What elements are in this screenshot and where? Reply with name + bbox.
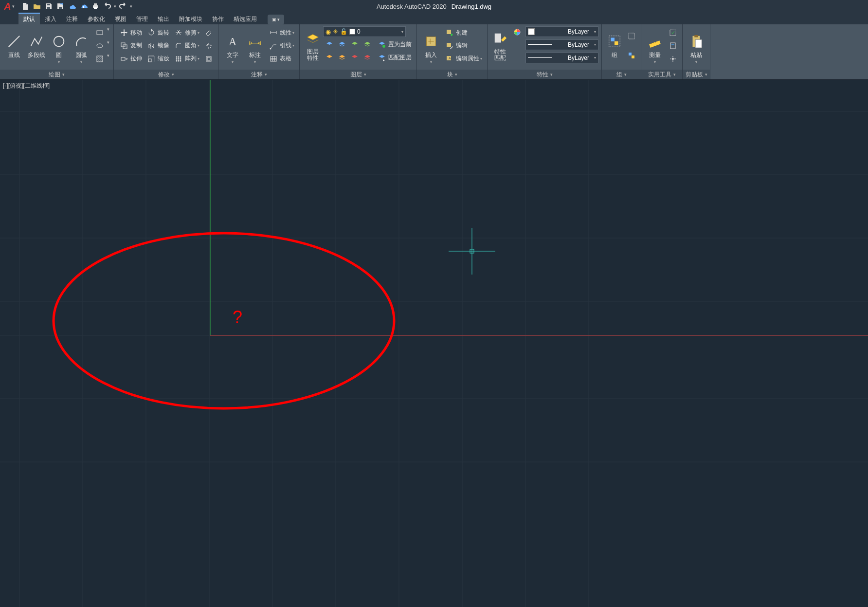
cloud-save-button[interactable] (78, 1, 89, 12)
undo-button[interactable] (102, 1, 112, 12)
insert-block-button[interactable]: 插入 ▾ (420, 26, 442, 65)
drawing-canvas: ? (0, 80, 868, 607)
point-id-button[interactable] (667, 53, 679, 65)
select-all-button[interactable] (667, 27, 679, 38)
cloud-open-button[interactable] (67, 1, 77, 12)
redo-dropdown-icon[interactable]: ▾ (129, 4, 133, 9)
new-file-button[interactable] (20, 1, 31, 12)
ribbon-tab-featured[interactable]: 精选应用 (229, 14, 262, 24)
array-button[interactable]: 阵列▾ (172, 53, 201, 65)
line-button[interactable]: 直线 (3, 26, 25, 65)
circle-button[interactable]: 圆 ▾ (48, 26, 70, 65)
table-button[interactable]: 表格 (267, 53, 296, 65)
ribbon-tab-manage[interactable]: 管理 (131, 14, 153, 24)
dimension-button[interactable]: 标注 ▾ (244, 26, 266, 65)
ribbon-tab-addins[interactable]: 附加模块 (174, 14, 207, 24)
measure-button[interactable]: 测量 ▾ (644, 26, 666, 65)
panel-title-modify[interactable]: 修改▾ (114, 70, 218, 79)
saveas-button[interactable] (55, 1, 66, 12)
svg-rect-29 (271, 56, 276, 61)
layer-current-dropdown[interactable]: ◉ ☀ 🔓 0 ▾ (323, 26, 406, 37)
panel-title-draw[interactable]: 绘图▾ (0, 70, 113, 79)
chevron-down-icon[interactable]: ▾ (106, 40, 110, 52)
hatch-button[interactable] (93, 53, 106, 65)
svg-point-48 (672, 58, 674, 60)
panel-title-layer[interactable]: 图层▾ (300, 70, 416, 79)
offset-button[interactable] (202, 53, 215, 65)
panel-title-properties[interactable]: 特性▾ (488, 70, 601, 79)
panel-title-group[interactable]: 组▾ (602, 70, 641, 79)
erase-icon (205, 29, 213, 37)
lineweight-bylayer-dropdown[interactable]: ByLayer ▾ (525, 39, 598, 50)
block-edit-attr-button[interactable]: A 编辑属性▾ (443, 53, 484, 65)
mirror-button[interactable]: 镜像 (145, 40, 171, 52)
leader-button[interactable]: 引线▾ (267, 40, 296, 52)
erase-button[interactable] (202, 27, 215, 38)
block-create-button[interactable]: 创建 (443, 27, 484, 38)
layer-tool-4[interactable] (361, 38, 374, 50)
chevron-down-icon: ▾ (594, 55, 596, 60)
layer-tool-5[interactable] (323, 52, 336, 63)
print-button[interactable] (90, 1, 101, 12)
layer-tool-1[interactable] (323, 38, 336, 50)
undo-dropdown-icon[interactable]: ▾ (113, 4, 117, 9)
panel-title-utilities[interactable]: 实用工具▾ (641, 70, 682, 79)
group-edit-button[interactable] (625, 30, 638, 42)
ribbon-tab-output[interactable]: 输出 (153, 14, 174, 24)
redo-button[interactable] (118, 1, 128, 12)
copy-button[interactable]: 复制 (118, 40, 144, 52)
scale-button[interactable]: 缩放 (145, 53, 171, 65)
text-button[interactable]: A 文字 ▾ (221, 26, 244, 65)
rotate-button[interactable]: 旋转 (145, 27, 171, 38)
layer-tool-3[interactable] (348, 38, 361, 50)
layer-tool-7[interactable] (348, 52, 361, 63)
viewport-label[interactable]: [-][俯视][二维线框] (3, 82, 50, 90)
rotate-icon (147, 29, 155, 37)
layer-make-current-button[interactable]: 置为当前 (376, 38, 414, 50)
rectangle-button[interactable] (93, 27, 106, 38)
panel-title-annotation[interactable]: 注释▾ (218, 70, 299, 79)
panel-title-clipboard[interactable]: 剪贴板▾ (683, 70, 710, 79)
ribbon-tab-parametric[interactable]: 参数化 (83, 14, 110, 24)
block-create-icon (446, 29, 453, 37)
panel-title-block[interactable]: 块▾ (417, 70, 487, 79)
layer-tool-6[interactable] (336, 52, 348, 63)
save-button[interactable] (43, 1, 54, 12)
drawing-area[interactable]: [-][俯视][二维线框] ? (0, 80, 868, 607)
stretch-button[interactable]: 拉伸 (118, 53, 144, 65)
group-button[interactable]: 组 (605, 26, 624, 65)
layers-stack-icon (351, 40, 359, 48)
open-file-button[interactable] (32, 1, 42, 12)
block-edit-button[interactable]: 编辑 (443, 40, 484, 52)
chevron-down-icon: ▾ (80, 60, 82, 64)
ellipse-button[interactable] (93, 40, 106, 52)
ribbon-tab-insert[interactable]: 插入 (40, 14, 61, 24)
layer-properties-button[interactable]: 图层特性 (303, 26, 323, 65)
explode-button[interactable] (202, 40, 215, 52)
ribbon-tab-collab[interactable]: 协作 (207, 14, 229, 24)
trim-button[interactable]: 修剪▾ (172, 27, 201, 38)
linetype-bylayer-dropdown[interactable]: ByLayer ▾ (525, 53, 598, 63)
ribbon-tab-view[interactable]: 视图 (110, 14, 131, 24)
chevron-down-icon[interactable]: ▾ (106, 53, 110, 65)
chevron-down-icon[interactable]: ▾ (106, 27, 110, 38)
match-properties-button[interactable]: 特性匹配 (490, 26, 510, 65)
ungroup-button[interactable] (625, 50, 638, 61)
layer-tool-2[interactable] (336, 38, 348, 50)
ribbon-extra-button[interactable]: ▣ ▾ (268, 15, 284, 24)
linear-dim-button[interactable]: 线性▾ (267, 27, 296, 38)
svg-point-21 (180, 58, 181, 59)
color-wheel-button[interactable] (511, 26, 524, 38)
ribbon-tab-default[interactable]: 默认 (18, 13, 40, 24)
layer-match-button[interactable]: 匹配图层 (376, 52, 414, 63)
fillet-button[interactable]: 圆角▾ (172, 40, 201, 52)
move-button[interactable]: 移动 (118, 27, 144, 38)
quick-calc-button[interactable] (667, 40, 679, 52)
layer-tool-8[interactable] (361, 52, 374, 63)
arc-button[interactable]: 圆弧 ▾ (70, 26, 92, 65)
paste-button[interactable]: 粘贴 ▾ (686, 26, 707, 65)
ribbon-tab-annotate[interactable]: 注释 (61, 14, 83, 24)
app-menu-button[interactable]: A ▾ (1, 0, 18, 13)
color-bylayer-dropdown[interactable]: ByLayer ▾ (525, 26, 598, 37)
polyline-button[interactable]: 多段线 (25, 26, 48, 65)
